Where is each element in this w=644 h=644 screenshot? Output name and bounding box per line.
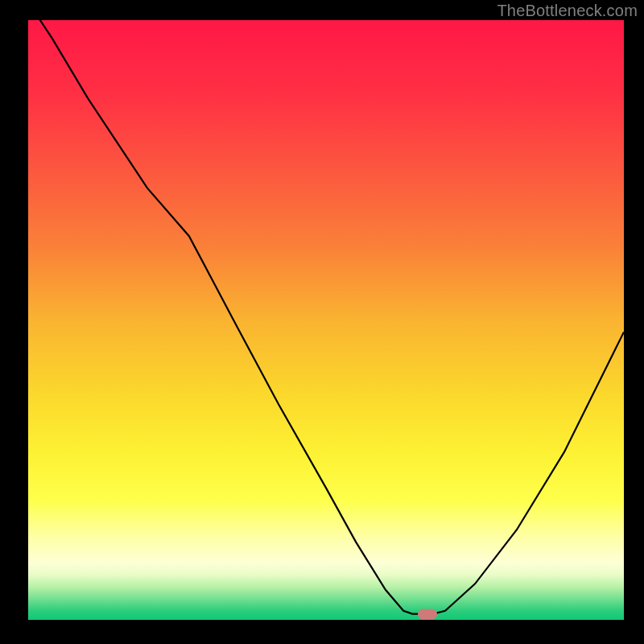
curve-line — [28, 20, 624, 620]
watermark-text: TheBottleneck.com — [497, 2, 638, 20]
plot-area — [28, 20, 624, 620]
bottleneck-marker — [418, 609, 437, 619]
